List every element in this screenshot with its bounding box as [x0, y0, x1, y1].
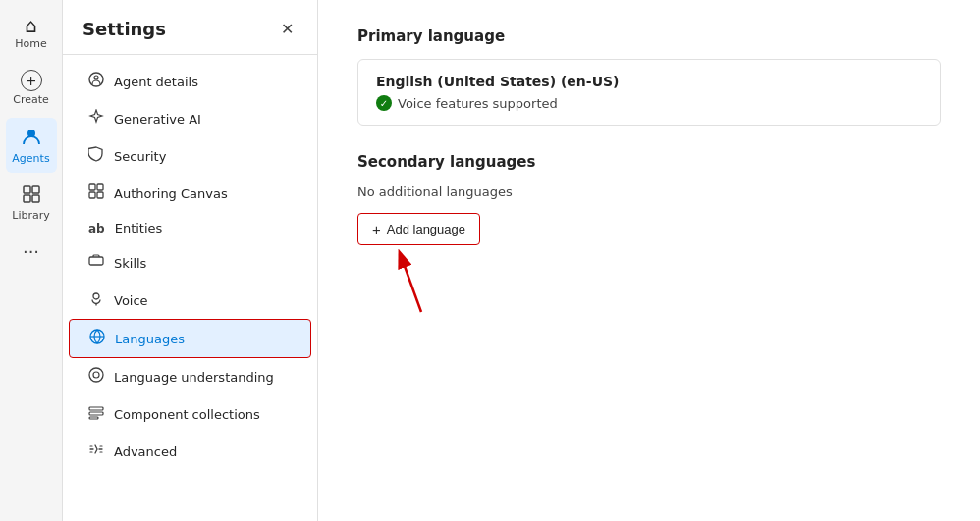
svg-rect-17: [89, 407, 103, 410]
secondary-languages-section: Secondary languages No additional langua…: [357, 153, 941, 245]
settings-header: Settings ✕: [63, 0, 317, 55]
voice-supported-label: Voice features supported: [398, 96, 558, 111]
nav-item-home[interactable]: ⌂ Home: [6, 8, 57, 58]
nav-label-agents: Agents: [12, 152, 49, 165]
svg-rect-4: [32, 195, 39, 202]
home-icon: ⌂: [25, 16, 37, 35]
nav-item-create[interactable]: + Create: [6, 62, 57, 114]
menu-item-entities[interactable]: ab Entities: [69, 212, 311, 244]
settings-title: Settings: [82, 19, 166, 39]
menu-label-authoring-canvas: Authoring Canvas: [114, 186, 228, 201]
primary-language-title: Primary language: [357, 27, 941, 45]
svg-rect-10: [97, 192, 103, 198]
menu-item-agent-details[interactable]: Agent details: [69, 63, 311, 100]
menu-item-voice[interactable]: Voice: [69, 282, 311, 319]
skills-icon: [88, 253, 104, 273]
add-language-button[interactable]: + Add language: [357, 213, 480, 245]
generative-ai-icon: [88, 109, 104, 129]
menu-item-generative-ai[interactable]: Generative AI: [69, 100, 311, 137]
svg-rect-8: [97, 184, 103, 190]
svg-rect-18: [89, 412, 103, 415]
nav-item-agents[interactable]: Agents: [6, 118, 57, 173]
create-icon: +: [21, 70, 42, 91]
left-navigation: ⌂ Home + Create Agents Library ···: [0, 0, 63, 521]
svg-rect-19: [89, 417, 98, 419]
menu-label-agent-details: Agent details: [114, 75, 198, 89]
menu-label-component-collections: Component collections: [114, 407, 260, 422]
advanced-icon: [88, 442, 104, 461]
svg-point-12: [93, 293, 99, 299]
svg-rect-11: [89, 257, 103, 265]
check-circle-icon: ✓: [376, 95, 392, 111]
primary-language-name: English (United States) (en-US): [376, 74, 922, 89]
svg-rect-7: [89, 184, 95, 190]
svg-rect-1: [24, 186, 30, 193]
menu-label-advanced: Advanced: [114, 444, 177, 459]
no-additional-languages-text: No additional languages: [357, 184, 941, 199]
security-icon: [88, 146, 104, 166]
svg-rect-3: [24, 195, 30, 202]
authoring-canvas-icon: [88, 183, 104, 203]
voice-supported-indicator: ✓ Voice features supported: [376, 95, 922, 111]
close-button[interactable]: ✕: [277, 16, 298, 42]
main-content: Primary language English (United States)…: [318, 0, 980, 521]
svg-point-6: [94, 76, 98, 79]
menu-item-authoring-canvas[interactable]: Authoring Canvas: [69, 175, 311, 212]
add-language-container: + Add language: [357, 213, 480, 245]
languages-icon: [89, 329, 105, 348]
menu-item-security[interactable]: Security: [69, 137, 311, 175]
svg-rect-2: [32, 186, 39, 193]
menu-item-component-collections[interactable]: Component collections: [69, 395, 311, 433]
nav-label-create: Create: [13, 93, 49, 106]
menu-item-languages[interactable]: Languages: [69, 319, 311, 358]
secondary-languages-title: Secondary languages: [357, 153, 941, 171]
add-icon: +: [372, 221, 381, 237]
menu-label-skills: Skills: [114, 256, 146, 271]
menu-label-languages: Languages: [115, 332, 185, 346]
voice-icon: [88, 290, 104, 310]
entities-icon: ab: [88, 222, 105, 235]
add-language-label: Add language: [387, 222, 465, 236]
menu-item-advanced[interactable]: Advanced: [69, 433, 311, 470]
primary-language-card: English (United States) (en-US) ✓ Voice …: [357, 59, 941, 126]
more-options[interactable]: ···: [23, 241, 39, 262]
agent-details-icon: [88, 72, 104, 91]
menu-item-language-understanding[interactable]: Language understanding: [69, 358, 311, 395]
language-understanding-icon: [88, 367, 104, 387]
annotation-arrow: [382, 248, 461, 317]
svg-point-15: [89, 368, 103, 382]
agents-icon: [21, 126, 42, 150]
nav-label-library: Library: [12, 209, 49, 222]
menu-label-security: Security: [114, 149, 166, 164]
component-collections-icon: [88, 404, 104, 424]
library-icon: [22, 184, 41, 207]
menu-item-skills[interactable]: Skills: [69, 244, 311, 282]
settings-panel: Settings ✕ Agent details Generative AI: [63, 0, 318, 521]
nav-label-home: Home: [15, 37, 46, 50]
menu-label-generative-ai: Generative AI: [114, 112, 201, 127]
settings-menu: Agent details Generative AI Security: [63, 55, 317, 521]
menu-label-entities: Entities: [115, 221, 163, 235]
svg-rect-9: [89, 192, 95, 198]
svg-point-16: [93, 372, 99, 378]
menu-label-voice: Voice: [114, 293, 148, 308]
menu-label-language-understanding: Language understanding: [114, 370, 274, 385]
nav-item-library[interactable]: Library: [6, 177, 57, 230]
